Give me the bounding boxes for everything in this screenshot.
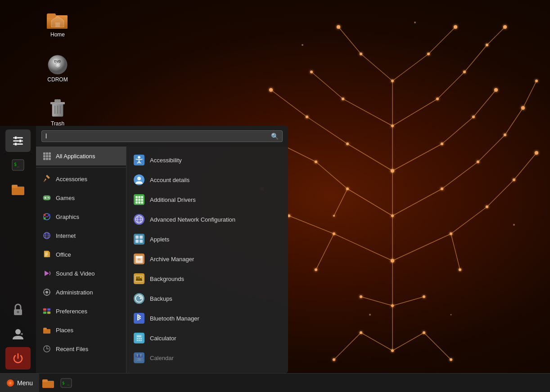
- svg-rect-204: [139, 338, 140, 339]
- taskbar-terminal-btn[interactable]: $ _: [58, 375, 74, 391]
- app-accessibility[interactable]: Accessibility: [126, 150, 288, 170]
- svg-rect-179: [138, 199, 140, 201]
- sidebar-settings-btn[interactable]: [5, 129, 31, 152]
- app-network[interactable]: Advanced Network Configuration: [126, 209, 288, 229]
- svg-rect-157: [46, 289, 47, 290]
- category-soundvideo-label: Sound & Video: [56, 270, 95, 277]
- accessibility-app-icon: [134, 155, 144, 165]
- desktop-icon-trash[interactable]: Trash: [40, 98, 76, 127]
- svg-point-43: [391, 349, 394, 352]
- svg-point-85: [333, 358, 335, 361]
- svg-point-60: [269, 88, 273, 92]
- category-office-label: Office: [56, 251, 71, 258]
- svg-point-80: [486, 44, 488, 46]
- svg-rect-132: [46, 158, 48, 160]
- svg-rect-98: [47, 13, 56, 18]
- svg-text:28: 28: [137, 358, 141, 361]
- backgrounds-label: Backgrounds: [150, 276, 184, 282]
- applets-label: Applets: [150, 236, 169, 243]
- svg-line-17: [338, 27, 361, 54]
- app-account[interactable]: Account details: [126, 170, 288, 190]
- category-all[interactable]: All Applications: [36, 147, 126, 165]
- bluetooth-app-icon: [134, 313, 144, 324]
- svg-point-115: [19, 140, 22, 143]
- svg-rect-158: [46, 294, 47, 296]
- category-accessories[interactable]: Accessories: [36, 169, 126, 188]
- svg-line-23: [392, 189, 442, 216]
- category-preferences[interactable]: Preferences: [36, 302, 126, 321]
- search-input[interactable]: [45, 133, 271, 140]
- svg-point-123: [17, 311, 19, 313]
- sidebar-lock-btn[interactable]: [5, 298, 31, 321]
- svg-rect-182: [138, 201, 140, 204]
- svg-line-14: [343, 99, 392, 126]
- svg-marker-154: [45, 271, 49, 276]
- category-internet[interactable]: Internet: [36, 226, 126, 245]
- app-bluetooth[interactable]: Bluetooth Manager: [126, 308, 288, 328]
- calculator-label: Calculator: [150, 335, 176, 342]
- app-archive[interactable]: Archive Manager: [126, 249, 288, 269]
- app-applets[interactable]: Applets: [126, 229, 288, 249]
- recent-icon: [42, 344, 51, 353]
- svg-point-113: [14, 137, 17, 139]
- svg-line-13: [271, 90, 307, 117]
- svg-line-15: [311, 72, 343, 99]
- svg-rect-177: [141, 196, 143, 198]
- svg-rect-206: [137, 340, 138, 341]
- app-drivers[interactable]: Additional Drivers: [126, 190, 288, 209]
- apps-panel: Accessibility Account details: [126, 147, 288, 373]
- svg-rect-134: [46, 175, 50, 179]
- desktop: Home DVD CDROM: [0, 0, 550, 392]
- svg-point-64: [337, 25, 340, 29]
- svg-text:$_: $_: [14, 162, 20, 167]
- taskbar-files-btn[interactable]: [40, 375, 56, 391]
- desktop-icon-cdrom[interactable]: DVD CDROM: [40, 54, 76, 83]
- desktop-icon-home[interactable]: Home: [40, 9, 76, 38]
- svg-point-103: [56, 63, 59, 66]
- svg-line-34: [487, 27, 505, 45]
- svg-point-71: [477, 160, 479, 163]
- app-calendar[interactable]: 28 Calendar: [126, 348, 288, 368]
- svg-rect-137: [45, 198, 46, 199]
- category-recent[interactable]: Recent Files: [36, 339, 126, 358]
- category-graphics[interactable]: Graphics: [36, 207, 126, 226]
- svg-line-30: [473, 90, 496, 117]
- sidebar-user-btn[interactable]: [5, 323, 31, 345]
- svg-line-12: [307, 117, 347, 144]
- category-games-label: Games: [56, 195, 75, 201]
- svg-point-94: [369, 314, 371, 316]
- category-accessories-label: Accessories: [56, 176, 87, 183]
- menu-button[interactable]: Menu: [0, 374, 39, 392]
- category-administration[interactable]: Administration: [36, 283, 126, 302]
- archive-label: Archive Manager: [150, 256, 194, 263]
- category-games[interactable]: Games: [36, 188, 126, 207]
- sidebar-files-btn[interactable]: [5, 178, 31, 200]
- category-soundvideo[interactable]: Sound & Video: [36, 264, 126, 283]
- svg-point-74: [535, 80, 538, 82]
- app-backups[interactable]: Backups: [126, 289, 288, 308]
- app-menu: 🔍: [36, 126, 288, 373]
- svg-rect-208: [140, 340, 142, 341]
- app-backgrounds[interactable]: Backgrounds: [126, 269, 288, 289]
- svg-point-61: [342, 98, 344, 100]
- category-office[interactable]: Office: [36, 245, 126, 264]
- search-icon[interactable]: 🔍: [271, 133, 279, 140]
- svg-point-77: [494, 88, 498, 92]
- category-places[interactable]: Places: [36, 321, 126, 339]
- sidebar-terminal-btn[interactable]: $_: [5, 154, 31, 176]
- internet-icon: [42, 231, 51, 240]
- svg-point-65: [450, 232, 452, 235]
- svg-text:$ _: $ _: [62, 381, 70, 385]
- svg-line-28: [392, 144, 442, 171]
- svg-point-141: [44, 214, 46, 216]
- account-label: Account details: [150, 177, 189, 183]
- svg-line-40: [424, 333, 451, 360]
- svg-line-24: [442, 162, 478, 189]
- home-icon-label: Home: [50, 31, 65, 38]
- svg-line-38: [334, 333, 361, 360]
- app-calculator[interactable]: Calculator: [126, 328, 288, 348]
- drivers-app-icon: [134, 194, 144, 205]
- games-icon: [42, 193, 51, 202]
- svg-rect-163: [43, 312, 46, 314]
- sidebar-power-btn[interactable]: [5, 347, 31, 370]
